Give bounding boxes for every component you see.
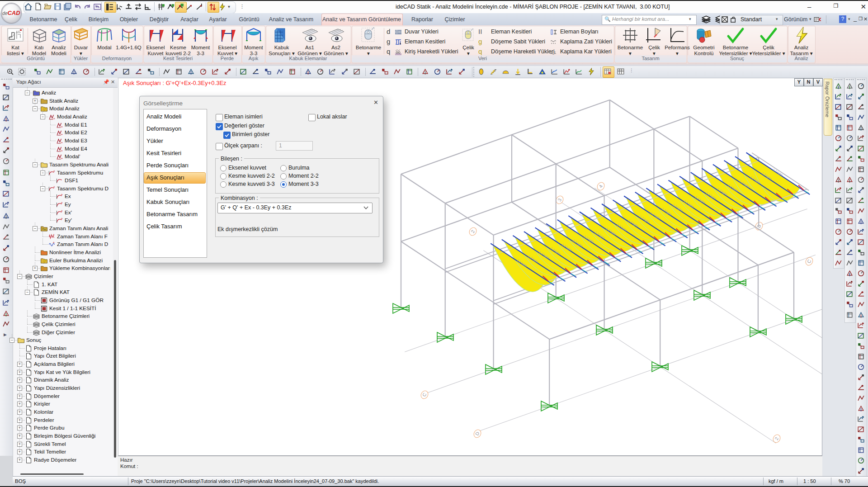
svg-text:+: + [53,241,55,245]
svg-text:+: + [53,185,56,189]
svg-text:+: + [53,170,56,173]
svg-text:+: + [61,193,63,197]
svg-text:+: + [61,201,63,205]
svg-text:+: + [61,156,63,160]
svg-text:+: + [61,217,63,221]
svg-text:+: + [61,209,63,213]
svg-text:+: + [53,233,55,237]
svg-text:+: + [61,125,63,128]
svg-text:+: + [61,141,63,144]
svg-text:+: + [61,149,63,152]
svg-text:+: + [53,117,56,120]
svg-text:+: + [61,132,63,136]
